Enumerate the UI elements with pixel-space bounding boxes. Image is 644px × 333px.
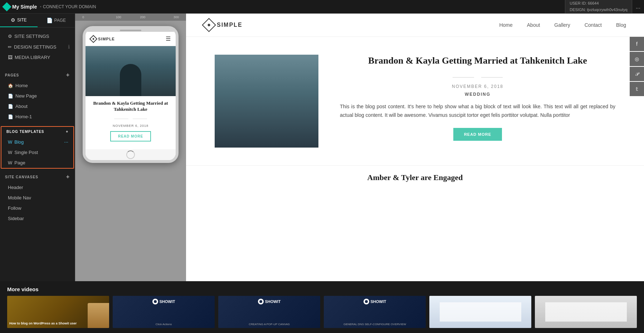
phone-read-more-button[interactable]: READ MORE [110, 131, 151, 141]
video-thumb-6[interactable] [535, 296, 637, 328]
hamburger-menu-icon[interactable]: ☰ [166, 35, 171, 42]
video-thumb-4[interactable]: SHOWIT GENERAL DNS SELF-CONFIGURE OVERVI… [324, 296, 426, 328]
second-post-area: Amber & Tyler are Engaged [186, 165, 644, 189]
loading-spinner [126, 150, 135, 159]
wp-icon: W [8, 139, 12, 145]
desktop-logo: SIMPLE [204, 20, 243, 30]
video-thumb-2[interactable]: SHOWIT Click Actions [113, 296, 215, 328]
desktop-frame: SIMPLE Home About Gallery Contact Blog [186, 14, 644, 281]
phone-notch-bar [120, 30, 141, 31]
media-library-item[interactable]: 🖼 MEDIA LIBRARY [0, 52, 75, 63]
app-name: My Simple [12, 4, 37, 10]
phone-hero-image [86, 46, 176, 96]
sidebar-item-home1[interactable]: 📄 Home-1 [0, 111, 75, 122]
tab-page[interactable]: 📄 PAGE [38, 14, 75, 27]
nav-link-about[interactable]: About [527, 22, 540, 28]
sidebar-item-new-page[interactable]: 📄 New Page [0, 91, 75, 101]
video-thumb-1[interactable]: How to blog on WordPress as a Showit use… [7, 296, 109, 328]
sidebar-item-about[interactable]: 📄 About [0, 101, 75, 111]
canvas-follow[interactable]: Follow [0, 203, 75, 213]
logo-icon [2, 2, 11, 11]
showit-circle-icon [152, 299, 158, 304]
page-icon-3: 📄 [8, 114, 13, 119]
site-canvases-section: SITE CANVASES + Header Mobile Nav Follow… [0, 169, 75, 226]
desktop-content: Brandon & Kayla Getting Married at Tahke… [186, 37, 644, 281]
site-tab-icon: ⚙ [11, 17, 15, 23]
more-options-button[interactable]: ... [636, 4, 640, 10]
mobile-preview: 0 100 200 300 SIMPLE ☰ [75, 14, 186, 281]
nav-link-gallery[interactable]: Gallery [554, 22, 570, 28]
video-thumb-3[interactable]: SHOWIT CREATING A POP-UP CANVAS [218, 296, 320, 328]
site-settings-item[interactable]: ⚙ SITE SETTINGS [0, 31, 75, 41]
blog-post-date: NOVEMBER 6, 2018 [340, 84, 615, 89]
home-icon: 🏠 [8, 83, 13, 88]
phone-logo-diamond-icon [89, 35, 98, 43]
blog-options-button[interactable]: ··· [64, 139, 68, 145]
nav-link-contact[interactable]: Contact [585, 22, 602, 28]
user-info: USER ID: 66644 DESIGN: tjvzluqcrywih0v43… [565, 0, 632, 15]
settings-icon: ⚙ [8, 34, 12, 39]
media-icon: 🖼 [8, 55, 13, 60]
blog-post-title: Brandon & Kayla Getting Married at Tahke… [340, 55, 615, 67]
sidebar: ⚙ SITE 📄 PAGE ⚙ SITE SETTINGS ✏ DESIGN S… [0, 14, 75, 281]
page-icon: 📄 [8, 94, 13, 99]
blog-post-image [215, 55, 318, 148]
desktop-read-more-button[interactable]: READ MORE [453, 128, 502, 141]
page-icon-2: 📄 [8, 104, 13, 109]
video-thumb-5[interactable] [429, 296, 531, 328]
page-tab-icon: 📄 [47, 18, 53, 23]
pinterest-button[interactable]: 𝒫 [630, 67, 644, 81]
top-bar-right: USER ID: 66644 DESIGN: tjvzluqcrywih0v43… [565, 0, 640, 15]
blog-templates-section: BLOG TEMPLATES + W Blog ··· W Single Pos… [1, 126, 74, 169]
social-sidebar: f ◎ 𝒫 𝕥 [630, 37, 644, 97]
facebook-button[interactable]: f [630, 37, 644, 51]
phone-logo: SIMPLE [91, 36, 115, 42]
twitter-button[interactable]: 𝕥 [630, 82, 644, 96]
desktop-preview: SIMPLE Home About Gallery Contact Blog [186, 14, 644, 281]
blog-post-area: Brandon & Kayla Getting Married at Tahke… [186, 37, 644, 165]
top-bar: My Simple CONNECT YOUR DOMAIN USER ID: 6… [0, 0, 644, 14]
blog-separator [340, 74, 615, 80]
nav-link-home[interactable]: Home [499, 22, 512, 28]
top-bar-left: My Simple CONNECT YOUR DOMAIN [4, 4, 96, 10]
nav-link-blog[interactable]: Blog [616, 22, 626, 28]
showit-logo-4: SHOWIT [364, 299, 386, 304]
video-thumbnails: How to blog on WordPress as a Showit use… [7, 296, 637, 328]
blog-template-blog[interactable]: W Blog ··· [1, 136, 73, 147]
blog-template-single-post[interactable]: W Single Post [1, 147, 73, 158]
instagram-button[interactable]: ◎ [630, 52, 644, 66]
showit-logo-2: SHOWIT [152, 299, 175, 304]
phone-date-separator [91, 115, 171, 122]
bottom-area: More videos How to blog on WordPress as … [0, 281, 644, 333]
canvas-mobile-nav[interactable]: Mobile Nav [0, 193, 75, 203]
blog-template-page[interactable]: W Page [1, 158, 73, 168]
phone-bottom [86, 149, 176, 160]
blog-post-text: Brandon & Kayla Getting Married at Tahke… [340, 55, 615, 141]
ruler: 0 100 200 300 [75, 14, 186, 21]
main-layout: ⚙ SITE 📄 PAGE ⚙ SITE SETTINGS ✏ DESIGN S… [0, 14, 644, 281]
tab-site[interactable]: ⚙ SITE [0, 14, 38, 27]
video-thumb-3-label: CREATING A POP-UP CANVAS [218, 323, 320, 326]
blog-post-category: WEDDING [340, 92, 615, 97]
canvas-header[interactable]: Header [0, 182, 75, 193]
pages-section-header: PAGES + [0, 70, 75, 80]
phone-blog-content: Brandon & Kayla Getting Married at Tahke… [86, 96, 176, 149]
canvas-sidebar[interactable]: Sidebar [0, 213, 75, 224]
design-settings-item[interactable]: ✏ DESIGN SETTINGS ℹ [0, 41, 75, 52]
second-post-title: Amber & Tyler are Engaged [215, 173, 615, 182]
info-icon: ℹ [68, 44, 70, 50]
connect-domain-button[interactable]: CONNECT YOUR DOMAIN [40, 4, 96, 9]
site-canvases-header: SITE CANVASES + [0, 172, 75, 182]
add-blog-template-button[interactable]: + [66, 130, 68, 134]
add-page-button[interactable]: + [66, 72, 70, 78]
blog-post-excerpt: This is the blog post content. It's here… [340, 103, 615, 120]
add-canvas-button[interactable]: + [66, 174, 70, 180]
desktop-nav-links: Home About Gallery Contact Blog [499, 22, 626, 28]
app-logo: My Simple [4, 4, 37, 10]
phone-content: SIMPLE ☰ Brandon & Kayla Getting Married… [86, 32, 176, 160]
sidebar-item-home[interactable]: 🏠 Home [0, 80, 75, 91]
phone-header: SIMPLE ☰ [86, 32, 176, 46]
more-videos-label: More videos [7, 286, 637, 292]
phone-blog-title: Brandon & Kayla Getting Married at Tahke… [91, 100, 171, 113]
desktop-nav: SIMPLE Home About Gallery Contact Blog [186, 14, 644, 37]
